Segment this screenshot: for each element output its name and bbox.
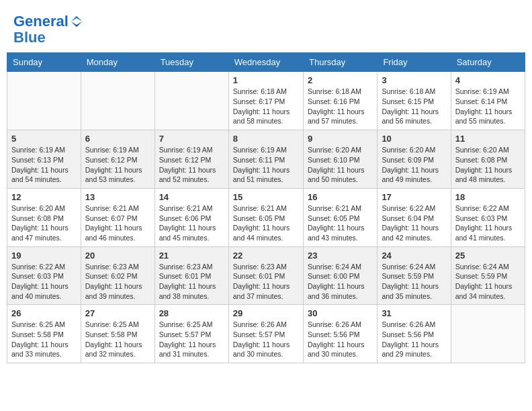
calendar-day-20: 20Sunrise: 6:23 AM Sunset: 6:02 PM Dayli… xyxy=(81,246,154,305)
logo-blue: Blue xyxy=(13,30,83,46)
calendar-day-14: 14Sunrise: 6:21 AM Sunset: 6:06 PM Dayli… xyxy=(154,188,228,246)
calendar-day-24: 24Sunrise: 6:24 AM Sunset: 5:59 PM Dayli… xyxy=(378,246,451,305)
calendar-day-12: 12Sunrise: 6:20 AM Sunset: 6:08 PM Dayli… xyxy=(7,188,81,246)
day-number: 17 xyxy=(382,192,446,202)
day-number: 28 xyxy=(159,308,224,318)
day-info: Sunrise: 6:24 AM Sunset: 5:59 PM Dayligh… xyxy=(455,262,521,302)
calendar-day-28: 28Sunrise: 6:25 AM Sunset: 5:57 PM Dayli… xyxy=(154,305,228,363)
calendar-day-11: 11Sunrise: 6:20 AM Sunset: 6:08 PM Dayli… xyxy=(451,130,525,189)
day-info: Sunrise: 6:19 AM Sunset: 6:12 PM Dayligh… xyxy=(85,145,150,185)
day-info: Sunrise: 6:23 AM Sunset: 6:02 PM Dayligh… xyxy=(85,262,150,302)
day-number: 15 xyxy=(233,192,299,202)
day-number: 12 xyxy=(11,192,77,202)
day-number: 2 xyxy=(308,75,373,85)
day-number: 5 xyxy=(11,134,77,144)
calendar-empty-cell xyxy=(154,72,228,130)
calendar-week-row: 19Sunrise: 6:22 AM Sunset: 6:03 PM Dayli… xyxy=(7,246,525,305)
calendar-day-29: 29Sunrise: 6:26 AM Sunset: 5:57 PM Dayli… xyxy=(228,305,303,363)
calendar-day-15: 15Sunrise: 6:21 AM Sunset: 6:05 PM Dayli… xyxy=(228,188,303,246)
day-number: 21 xyxy=(159,250,224,261)
calendar-empty-cell xyxy=(7,72,81,130)
calendar-day-16: 16Sunrise: 6:21 AM Sunset: 6:05 PM Dayli… xyxy=(303,188,377,246)
day-info: Sunrise: 6:21 AM Sunset: 6:07 PM Dayligh… xyxy=(85,203,150,243)
day-number: 9 xyxy=(308,134,373,144)
day-info: Sunrise: 6:24 AM Sunset: 6:00 PM Dayligh… xyxy=(308,262,373,302)
day-number: 20 xyxy=(85,250,150,261)
calendar-day-22: 22Sunrise: 6:23 AM Sunset: 6:01 PM Dayli… xyxy=(228,246,303,305)
calendar-day-5: 5Sunrise: 6:19 AM Sunset: 6:13 PM Daylig… xyxy=(7,130,81,189)
page-header: General Blue xyxy=(7,7,525,49)
day-info: Sunrise: 6:21 AM Sunset: 6:05 PM Dayligh… xyxy=(308,203,373,243)
day-header-saturday: Saturday xyxy=(451,53,525,72)
calendar-day-7: 7Sunrise: 6:19 AM Sunset: 6:12 PM Daylig… xyxy=(154,130,228,189)
day-info: Sunrise: 6:20 AM Sunset: 6:09 PM Dayligh… xyxy=(382,145,446,185)
day-number: 14 xyxy=(159,192,224,202)
calendar-day-6: 6Sunrise: 6:19 AM Sunset: 6:12 PM Daylig… xyxy=(81,130,154,189)
day-header-monday: Monday xyxy=(81,53,154,72)
day-number: 31 xyxy=(382,308,446,318)
calendar-day-4: 4Sunrise: 6:19 AM Sunset: 6:14 PM Daylig… xyxy=(451,72,525,130)
day-number: 27 xyxy=(85,308,150,318)
day-number: 3 xyxy=(382,75,446,85)
calendar-week-row: 1Sunrise: 6:18 AM Sunset: 6:17 PM Daylig… xyxy=(7,72,525,130)
calendar-day-10: 10Sunrise: 6:20 AM Sunset: 6:09 PM Dayli… xyxy=(378,130,451,189)
day-number: 23 xyxy=(308,250,373,261)
day-info: Sunrise: 6:22 AM Sunset: 6:03 PM Dayligh… xyxy=(455,203,521,243)
day-info: Sunrise: 6:18 AM Sunset: 6:15 PM Dayligh… xyxy=(382,87,446,126)
day-info: Sunrise: 6:20 AM Sunset: 6:08 PM Dayligh… xyxy=(455,145,521,185)
day-info: Sunrise: 6:26 AM Sunset: 5:56 PM Dayligh… xyxy=(308,320,373,359)
calendar-header-row: SundayMondayTuesdayWednesdayThursdayFrid… xyxy=(7,53,525,72)
day-number: 18 xyxy=(455,192,521,202)
day-number: 13 xyxy=(85,192,150,202)
day-number: 24 xyxy=(382,250,446,261)
day-number: 29 xyxy=(233,308,299,318)
day-info: Sunrise: 6:25 AM Sunset: 5:57 PM Dayligh… xyxy=(159,320,224,359)
day-info: Sunrise: 6:19 AM Sunset: 6:13 PM Dayligh… xyxy=(11,145,77,185)
calendar-day-8: 8Sunrise: 6:19 AM Sunset: 6:11 PM Daylig… xyxy=(228,130,303,189)
calendar-week-row: 12Sunrise: 6:20 AM Sunset: 6:08 PM Dayli… xyxy=(7,188,525,246)
calendar-day-26: 26Sunrise: 6:25 AM Sunset: 5:58 PM Dayli… xyxy=(7,305,81,363)
day-info: Sunrise: 6:23 AM Sunset: 6:01 PM Dayligh… xyxy=(159,262,224,302)
calendar-day-25: 25Sunrise: 6:24 AM Sunset: 5:59 PM Dayli… xyxy=(451,246,525,305)
logo-text: General xyxy=(13,13,69,30)
day-number: 26 xyxy=(11,308,77,318)
day-number: 11 xyxy=(455,134,521,144)
calendar-day-1: 1Sunrise: 6:18 AM Sunset: 6:17 PM Daylig… xyxy=(228,72,303,130)
calendar-day-21: 21Sunrise: 6:23 AM Sunset: 6:01 PM Dayli… xyxy=(154,246,228,305)
day-info: Sunrise: 6:26 AM Sunset: 5:56 PM Dayligh… xyxy=(382,320,446,359)
day-header-sunday: Sunday xyxy=(7,53,81,72)
calendar-day-23: 23Sunrise: 6:24 AM Sunset: 6:00 PM Dayli… xyxy=(303,246,377,305)
day-info: Sunrise: 6:19 AM Sunset: 6:14 PM Dayligh… xyxy=(455,87,521,126)
day-info: Sunrise: 6:25 AM Sunset: 5:58 PM Dayligh… xyxy=(85,320,150,359)
calendar-day-17: 17Sunrise: 6:22 AM Sunset: 6:04 PM Dayli… xyxy=(378,188,451,246)
day-info: Sunrise: 6:20 AM Sunset: 6:08 PM Dayligh… xyxy=(11,203,77,243)
calendar-day-3: 3Sunrise: 6:18 AM Sunset: 6:15 PM Daylig… xyxy=(378,72,451,130)
calendar-day-30: 30Sunrise: 6:26 AM Sunset: 5:56 PM Dayli… xyxy=(303,305,377,363)
calendar-day-2: 2Sunrise: 6:18 AM Sunset: 6:16 PM Daylig… xyxy=(303,72,377,130)
logo: General Blue xyxy=(13,13,83,46)
day-info: Sunrise: 6:18 AM Sunset: 6:17 PM Dayligh… xyxy=(233,87,299,126)
calendar-day-18: 18Sunrise: 6:22 AM Sunset: 6:03 PM Dayli… xyxy=(451,188,525,246)
day-info: Sunrise: 6:20 AM Sunset: 6:10 PM Dayligh… xyxy=(308,145,373,185)
day-info: Sunrise: 6:23 AM Sunset: 6:01 PM Dayligh… xyxy=(233,262,299,302)
day-number: 6 xyxy=(85,134,150,144)
day-header-friday: Friday xyxy=(378,53,451,72)
day-info: Sunrise: 6:22 AM Sunset: 6:03 PM Dayligh… xyxy=(11,262,77,302)
day-info: Sunrise: 6:25 AM Sunset: 5:58 PM Dayligh… xyxy=(11,320,77,359)
calendar-week-row: 5Sunrise: 6:19 AM Sunset: 6:13 PM Daylig… xyxy=(7,130,525,189)
day-number: 10 xyxy=(382,134,446,144)
day-number: 19 xyxy=(11,250,77,261)
calendar-day-9: 9Sunrise: 6:20 AM Sunset: 6:10 PM Daylig… xyxy=(303,130,377,189)
day-info: Sunrise: 6:24 AM Sunset: 5:59 PM Dayligh… xyxy=(382,262,446,302)
calendar-empty-cell xyxy=(451,305,525,363)
day-number: 7 xyxy=(159,134,224,144)
day-header-wednesday: Wednesday xyxy=(228,53,303,72)
day-number: 25 xyxy=(455,250,521,261)
day-info: Sunrise: 6:19 AM Sunset: 6:11 PM Dayligh… xyxy=(233,145,299,185)
day-info: Sunrise: 6:21 AM Sunset: 6:06 PM Dayligh… xyxy=(159,203,224,243)
day-info: Sunrise: 6:21 AM Sunset: 6:05 PM Dayligh… xyxy=(233,203,299,243)
day-number: 8 xyxy=(233,134,299,144)
day-number: 1 xyxy=(233,75,299,85)
day-info: Sunrise: 6:19 AM Sunset: 6:12 PM Dayligh… xyxy=(159,145,224,185)
day-header-tuesday: Tuesday xyxy=(154,53,228,72)
